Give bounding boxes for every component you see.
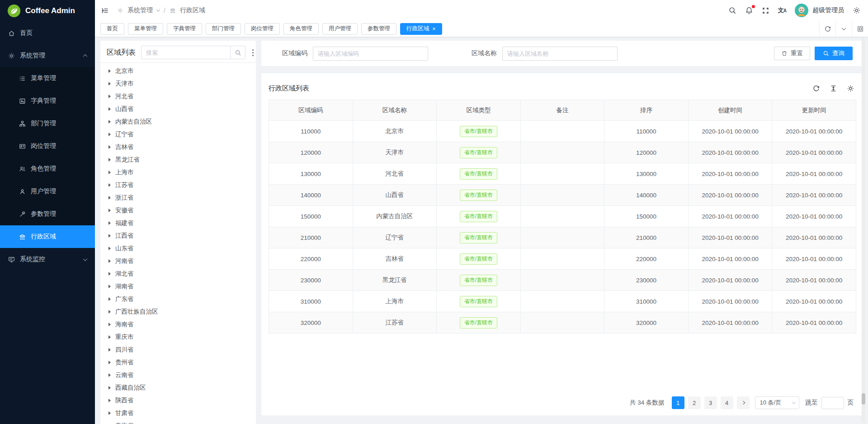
- caret-right-icon[interactable]: [108, 171, 111, 174]
- tree-item[interactable]: 吉林省: [107, 141, 250, 153]
- tree-item[interactable]: 湖北省: [107, 267, 250, 280]
- tree-item[interactable]: 江西省: [107, 229, 250, 242]
- tree-item[interactable]: 青海省: [107, 419, 250, 424]
- app-logo[interactable]: Coffee Admin: [0, 0, 95, 22]
- sidebar-collapse-icon[interactable]: [101, 7, 109, 14]
- tab-region[interactable]: 行政区域×: [400, 23, 442, 35]
- caret-right-icon[interactable]: [108, 145, 111, 149]
- settings-gear-icon[interactable]: [853, 6, 861, 14]
- caret-right-icon[interactable]: [108, 399, 111, 402]
- next-page-button[interactable]: [737, 396, 750, 409]
- caret-right-icon[interactable]: [108, 82, 111, 86]
- sidebar-item-menu[interactable]: 菜单管理: [0, 67, 95, 90]
- tree-item[interactable]: 天津市: [107, 77, 250, 90]
- column-settings-icon[interactable]: [847, 85, 854, 92]
- tree-item[interactable]: 上海市: [107, 166, 250, 179]
- sidebar-item-post[interactable]: 岗位管理: [0, 135, 95, 157]
- tree-item[interactable]: 山东省: [107, 242, 250, 255]
- caret-right-icon[interactable]: [108, 158, 111, 162]
- tab-dept[interactable]: 部门管理: [206, 23, 241, 35]
- caret-right-icon[interactable]: [108, 297, 111, 301]
- page-button-3[interactable]: 3: [704, 396, 717, 409]
- reset-button[interactable]: 重置: [774, 47, 810, 60]
- tree-item[interactable]: 贵州省: [107, 356, 250, 369]
- page-size-select[interactable]: 10 条/页: [755, 396, 799, 409]
- caret-right-icon[interactable]: [108, 221, 111, 225]
- tree-item[interactable]: 山西省: [107, 103, 250, 115]
- sidebar-item-home[interactable]: 首页: [0, 22, 95, 44]
- tree-item[interactable]: 江苏省: [107, 179, 250, 191]
- translate-icon[interactable]: 文A: [778, 6, 786, 14]
- user-menu[interactable]: 超级管理员: [795, 4, 844, 17]
- tree-item[interactable]: 浙江省: [107, 191, 250, 204]
- caret-right-icon[interactable]: [108, 259, 111, 263]
- sidebar-item-role[interactable]: 角色管理: [0, 157, 95, 180]
- caret-right-icon[interactable]: [108, 209, 111, 212]
- tree-item[interactable]: 西藏自治区: [107, 381, 250, 394]
- sidebar-item-dept[interactable]: 部门管理: [0, 112, 95, 135]
- tree-item[interactable]: 广东省: [107, 293, 250, 305]
- tree-item[interactable]: 黑龙江省: [107, 153, 250, 166]
- caret-right-icon[interactable]: [108, 373, 111, 377]
- caret-right-icon[interactable]: [108, 69, 111, 73]
- caret-right-icon[interactable]: [108, 361, 111, 364]
- tree-item[interactable]: 甘肃省: [107, 407, 250, 419]
- tree-item[interactable]: 海南省: [107, 318, 250, 331]
- kebab-menu-icon[interactable]: [251, 48, 255, 57]
- refresh-icon[interactable]: [812, 85, 820, 92]
- caret-right-icon[interactable]: [108, 247, 111, 250]
- page-button-2[interactable]: 2: [688, 396, 701, 409]
- tree-item[interactable]: 河北省: [107, 90, 250, 103]
- region-code-input[interactable]: [313, 47, 428, 61]
- tree-item[interactable]: 内蒙古自治区: [107, 115, 250, 128]
- scrollbar-thumb[interactable]: [862, 393, 865, 405]
- tree-item[interactable]: 北京市: [107, 65, 250, 77]
- tree-search-input[interactable]: [141, 46, 230, 59]
- caret-right-icon[interactable]: [108, 310, 111, 314]
- caret-right-icon[interactable]: [108, 107, 111, 111]
- tree-item[interactable]: 重庆市: [107, 331, 250, 343]
- tab-user[interactable]: 用户管理: [322, 23, 358, 35]
- caret-right-icon[interactable]: [108, 183, 111, 187]
- tab-post[interactable]: 岗位管理: [245, 23, 280, 35]
- sidebar-item-system[interactable]: 系统管理: [0, 44, 95, 67]
- tree-item[interactable]: 四川省: [107, 343, 250, 356]
- sidebar-item-user[interactable]: 用户管理: [0, 180, 95, 203]
- caret-right-icon[interactable]: [108, 285, 111, 288]
- caret-right-icon[interactable]: [108, 196, 111, 200]
- jump-page-input[interactable]: [821, 397, 844, 409]
- sidebar-item-dict[interactable]: 字典管理: [0, 90, 95, 112]
- tree-item[interactable]: 河南省: [107, 255, 250, 267]
- tab-home[interactable]: 首页: [100, 23, 124, 35]
- tab-role[interactable]: 角色管理: [283, 23, 319, 35]
- tab-menu[interactable]: 菜单管理: [128, 23, 163, 35]
- page-button-4[interactable]: 4: [721, 396, 733, 409]
- caret-right-icon[interactable]: [108, 323, 111, 326]
- tree-item[interactable]: 安徽省: [107, 204, 250, 217]
- tree-search-button[interactable]: [230, 46, 245, 59]
- caret-right-icon[interactable]: [108, 348, 111, 352]
- region-name-input[interactable]: [502, 47, 618, 61]
- tree-item[interactable]: 辽宁省: [107, 128, 250, 141]
- notifications-button[interactable]: [745, 6, 753, 14]
- caret-right-icon[interactable]: [108, 95, 111, 98]
- row-height-icon[interactable]: [830, 85, 837, 92]
- caret-right-icon[interactable]: [108, 272, 111, 276]
- sidebar-item-param[interactable]: 参数管理: [0, 203, 95, 225]
- sidebar-item-monitor[interactable]: 系统监控: [0, 248, 95, 271]
- page-button-1[interactable]: 1: [672, 396, 684, 409]
- tree-item[interactable]: 湖南省: [107, 280, 250, 293]
- caret-right-icon[interactable]: [108, 234, 111, 238]
- sidebar-item-region[interactable]: 行政区域: [0, 225, 95, 248]
- caret-right-icon[interactable]: [108, 120, 111, 124]
- tree-item[interactable]: 福建省: [107, 217, 250, 229]
- search-icon[interactable]: [728, 6, 736, 14]
- close-icon[interactable]: ×: [432, 26, 436, 32]
- tree-item[interactable]: 广西壮族自治区: [107, 305, 250, 318]
- fullscreen-icon[interactable]: [762, 7, 769, 14]
- maximize-icon[interactable]: [852, 21, 868, 37]
- caret-right-icon[interactable]: [108, 386, 111, 390]
- caret-right-icon[interactable]: [108, 411, 111, 415]
- query-button[interactable]: 查询: [815, 47, 853, 60]
- tree-item[interactable]: 云南省: [107, 369, 250, 381]
